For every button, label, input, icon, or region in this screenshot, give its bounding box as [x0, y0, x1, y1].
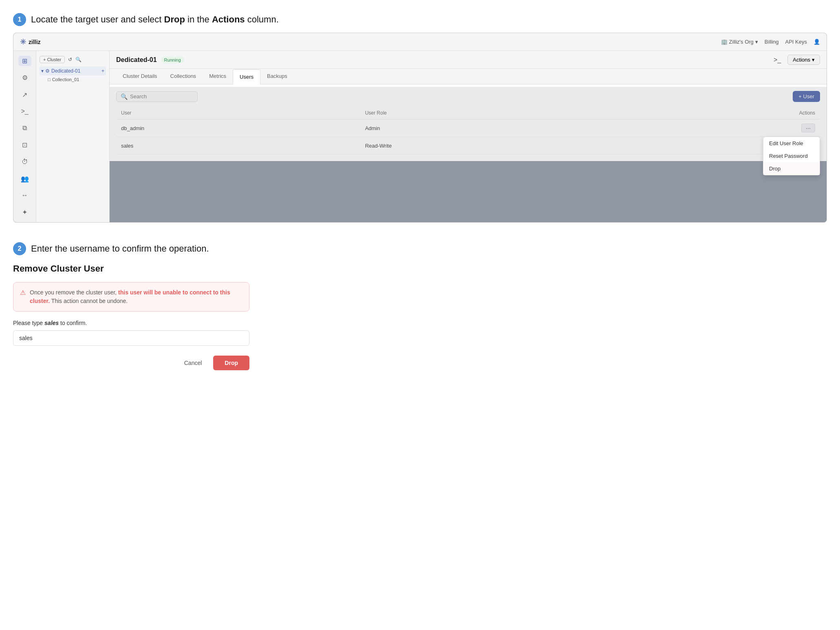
cluster-icon: ⚙: [45, 68, 50, 74]
user-icon[interactable]: 👤: [814, 39, 820, 45]
col-header-role: User Role: [360, 107, 630, 119]
col-header-actions: Actions: [629, 107, 820, 119]
tab-cluster-details[interactable]: Cluster Details: [116, 69, 164, 84]
step2-badge: 2: [13, 242, 26, 255]
header-actions: >_ Actions ▾: [770, 55, 820, 65]
app-logo: ✳ zilliz: [20, 38, 41, 46]
sidebar-icon-exchange[interactable]: ↔: [18, 190, 31, 201]
chevron-down-icon: ▾: [755, 39, 758, 45]
add-cluster-button[interactable]: + Cluster: [40, 56, 65, 63]
actions-button[interactable]: Actions ▾: [787, 55, 820, 65]
sidebar-icon-grid[interactable]: ⊡: [18, 140, 31, 150]
dropdown-item-reset-password[interactable]: Reset Password: [763, 150, 820, 162]
cluster-title-name: Dedicated-01: [116, 56, 157, 64]
actions-label: Actions: [793, 57, 810, 63]
search-icon[interactable]: 🔍: [75, 57, 82, 62]
nav-cluster-item[interactable]: ▾ ⚙ Dedicated-01 +: [40, 66, 106, 75]
step1-title: Locate the target user and select Drop i…: [31, 14, 279, 25]
sidebar-icon-copy[interactable]: ⧉: [18, 123, 31, 133]
step2-title: Enter the username to confirm the operat…: [31, 243, 209, 254]
confirm-username: sales: [44, 320, 59, 326]
dropdown-item-drop[interactable]: Drop: [763, 162, 820, 175]
app-topbar: ✳ zilliz 🏢 Zilliz's Org ▾ Billing API Ke…: [13, 33, 827, 51]
tab-users[interactable]: Users: [233, 69, 260, 84]
users-table: User User Role Actions db_admin Admin ··…: [116, 107, 820, 155]
dialog-actions: Cancel Drop: [13, 356, 249, 370]
actions-cell: ···: [629, 119, 820, 137]
cluster-nav-name: Dedicated-01: [51, 68, 80, 74]
sidebar-icon-settings[interactable]: ⚙: [18, 73, 31, 83]
users-toolbar: 🔍 + User: [116, 91, 820, 102]
app-nav: + Cluster ↺ 🔍 ▾ ⚙ Dedicated-01 + □ Colle…: [36, 51, 110, 222]
table-row: db_admin Admin ···: [116, 119, 820, 137]
warning-prefix: Once you remove the cluster user,: [30, 289, 118, 296]
tab-backups[interactable]: Backups: [260, 69, 294, 84]
org-selector[interactable]: 🏢 Zilliz's Org ▾: [721, 39, 758, 45]
step1-badge: 1: [13, 13, 26, 26]
app-body: ⊞ ⚙ ↗ >_ ⧉ ⊡ ⏱ 👥 ↔ ✦ + Cluster ↺ 🔍 ▾ ⚙ D…: [13, 51, 827, 222]
role-cell: Read-Write: [360, 137, 630, 155]
tabs-bar: Cluster Details Collections Metrics User…: [110, 69, 827, 84]
step2-header: 2 Enter the username to confirm the oper…: [13, 242, 827, 255]
refresh-icon[interactable]: ↺: [68, 57, 72, 62]
dropdown-item-edit-role[interactable]: Edit User Role: [763, 137, 820, 150]
dropdown-menu: Edit User Role Reset Password Drop: [763, 137, 820, 175]
sidebar-icon-arrow[interactable]: ↗: [18, 89, 31, 99]
warning-box: ⚠ Once you remove the cluster user, this…: [13, 282, 249, 312]
col-header-user: User: [116, 107, 360, 119]
nav-collection-item[interactable]: □ Collection_01: [40, 75, 106, 84]
collection-icon: □: [48, 77, 51, 82]
warning-icon: ⚠: [20, 289, 26, 296]
sidebar-icon-users[interactable]: 👥: [18, 173, 31, 183]
search-input[interactable]: [130, 93, 193, 99]
billing-link[interactable]: Billing: [765, 39, 779, 45]
dialog-title: Remove Cluster User: [13, 263, 827, 274]
users-content: 🔍 + User User User Role Actions: [110, 84, 827, 161]
zilliz-logo-icon: ✳: [20, 38, 26, 46]
table-row: sales Read-Write ···: [116, 137, 820, 155]
more-actions-button-db-admin[interactable]: ···: [801, 124, 815, 133]
cluster-title: Dedicated-01 Running: [116, 56, 184, 64]
tab-metrics[interactable]: Metrics: [203, 69, 233, 84]
sidebar-icon-database[interactable]: ⊞: [18, 56, 31, 66]
tab-collections[interactable]: Collections: [164, 69, 203, 84]
add-user-button[interactable]: + User: [793, 91, 820, 102]
chevron-down-icon: ▾: [41, 68, 44, 74]
collection-nav-name: Collection_01: [52, 77, 79, 82]
api-keys-link[interactable]: API Keys: [785, 39, 807, 45]
org-name: Zilliz's Org: [729, 39, 754, 45]
role-cell: Admin: [360, 119, 630, 137]
search-box[interactable]: 🔍: [116, 91, 198, 102]
terminal-button[interactable]: >_: [770, 55, 784, 65]
confirm-input[interactable]: [13, 330, 249, 346]
app-name: zilliz: [29, 39, 41, 45]
plus-icon[interactable]: +: [101, 68, 104, 74]
nav-top: + Cluster ↺ 🔍: [40, 56, 106, 63]
user-cell: db_admin: [116, 119, 360, 137]
sidebar-icon-clock[interactable]: ⏱: [18, 157, 31, 167]
topbar-right: 🏢 Zilliz's Org ▾ Billing API Keys 👤: [721, 39, 820, 45]
sidebar-icon-star[interactable]: ✦: [18, 207, 31, 217]
confirm-label: Please type sales to confirm.: [13, 320, 827, 326]
chevron-down-icon: ▾: [812, 57, 815, 63]
app-sidebar: ⊞ ⚙ ↗ >_ ⧉ ⊡ ⏱ 👥 ↔ ✦: [13, 51, 36, 222]
step2-section: 2 Enter the username to confirm the oper…: [13, 242, 827, 370]
org-icon: 🏢: [721, 39, 728, 45]
search-icon: 🔍: [121, 93, 128, 100]
app-screenshot: ✳ zilliz 🏢 Zilliz's Org ▾ Billing API Ke…: [13, 33, 827, 223]
warning-text: Once you remove the cluster user, this u…: [30, 288, 243, 305]
sidebar-icon-terminal[interactable]: >_: [18, 106, 31, 117]
status-badge: Running: [161, 57, 184, 63]
warning-suffix: This action cannot be undone.: [50, 298, 128, 304]
drop-button[interactable]: Drop: [213, 356, 249, 370]
step1-header: 1 Locate the target user and select Drop…: [13, 13, 827, 26]
cancel-button[interactable]: Cancel: [178, 356, 209, 369]
user-cell: sales: [116, 137, 360, 155]
app-main: Dedicated-01 Running >_ Actions ▾ Cluste…: [110, 51, 827, 222]
main-header: Dedicated-01 Running >_ Actions ▾: [110, 51, 827, 69]
